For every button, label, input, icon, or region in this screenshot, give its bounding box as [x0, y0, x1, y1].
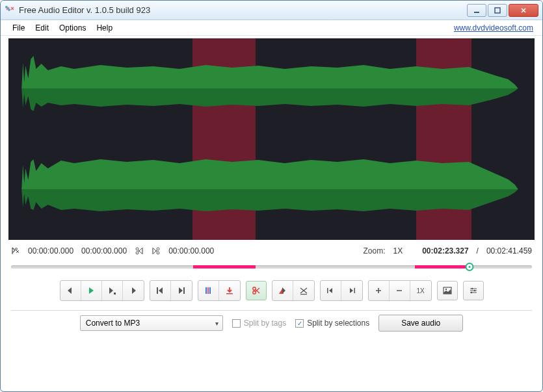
svg-rect-9 [114, 293, 116, 294]
svg-point-25 [470, 292, 472, 294]
cut-left-icon [135, 246, 144, 255]
bottom-bar: Convert to MP3 Split by tags ✓ Split by … [1, 311, 542, 342]
svg-point-4 [16, 248, 18, 250]
svg-rect-19 [327, 288, 328, 293]
svg-rect-10 [157, 287, 158, 294]
seek-fwd-button[interactable] [341, 281, 362, 300]
svg-rect-15 [226, 293, 233, 294]
split-by-selections-checkbox[interactable]: ✓ Split by selections [295, 319, 369, 328]
waveform-display[interactable] [8, 38, 535, 240]
svg-rect-3 [495, 8, 500, 13]
waveform-channel-left [8, 38, 535, 139]
timeline-slider[interactable] [11, 262, 532, 271]
menu-file[interactable]: File [7, 22, 30, 34]
svg-rect-14 [209, 287, 211, 294]
svg-point-1 [8, 8, 10, 11]
set-marker-button[interactable] [219, 281, 240, 300]
svg-rect-13 [207, 287, 209, 294]
svg-rect-12 [205, 287, 207, 294]
menubar: File Edit Options Help www.dvdvideosoft.… [1, 20, 542, 36]
menu-help[interactable]: Help [91, 22, 118, 34]
menu-edit[interactable]: Edit [30, 22, 54, 34]
add-marker-button[interactable] [198, 281, 219, 300]
svg-rect-2 [474, 12, 479, 13]
zoom-label: Zoom: [363, 246, 385, 255]
app-window: Free Audio Editor v. 1.0.5 build 923 Fil… [0, 0, 543, 392]
trim-end-button[interactable] [293, 281, 314, 300]
trim-group [272, 280, 315, 301]
save-audio-button[interactable]: Save audio [378, 315, 463, 332]
selection-start-marker-icon [11, 246, 20, 255]
image-button[interactable] [437, 281, 458, 300]
play-button[interactable] [81, 281, 102, 300]
close-button[interactable] [509, 4, 538, 17]
seek-back-button[interactable] [321, 281, 341, 300]
seek-group [320, 280, 363, 301]
maximize-button[interactable] [488, 4, 507, 17]
window-title: Free Audio Editor v. 1.0.5 build 923 [19, 5, 467, 15]
app-icon [5, 5, 15, 16]
zoom-out-button[interactable] [390, 281, 410, 300]
settings-button[interactable] [463, 281, 484, 300]
playhead-thumb[interactable] [465, 263, 473, 271]
format-combobox[interactable]: Convert to MP3 [80, 315, 223, 331]
zoom-value: 1X [393, 246, 403, 255]
cut-right-icon [152, 246, 161, 255]
skip-group [150, 280, 192, 301]
waveform-channel-right [8, 139, 535, 240]
titlebar[interactable]: Free Audio Editor v. 1.0.5 build 923 [1, 1, 542, 20]
skip-end-button[interactable] [171, 281, 192, 300]
time-separator: / [477, 246, 479, 255]
total-time: 00:02:41.459 [486, 246, 532, 255]
svg-rect-20 [354, 288, 355, 293]
timeline-selection-1 [193, 265, 256, 268]
split-by-tags-checkbox[interactable]: Split by tags [232, 319, 286, 328]
timeline-selection-2 [415, 265, 470, 268]
svg-rect-11 [183, 287, 185, 294]
checkbox-icon [232, 319, 241, 328]
cut-button[interactable] [246, 281, 267, 300]
next-button[interactable] [123, 281, 144, 300]
playback-group [60, 280, 144, 301]
window-controls [467, 4, 538, 17]
format-combobox-label: Convert to MP3 [86, 319, 140, 328]
svg-point-0 [5, 6, 8, 8]
checkbox-icon: ✓ [295, 319, 304, 328]
svg-point-24 [473, 290, 475, 292]
website-link[interactable]: www.dvdvideosoft.com [454, 23, 536, 33]
zoom-in-button[interactable] [369, 281, 390, 300]
selection-end-time: 00:00:00.000 [81, 246, 127, 255]
menu-options[interactable]: Options [54, 22, 91, 34]
trim-start-button[interactable] [272, 281, 293, 300]
play-selection-button[interactable] [102, 281, 123, 300]
current-time: 00:02:23.327 [422, 246, 468, 255]
timeline-slider-row [1, 259, 542, 278]
marker-group [198, 280, 241, 301]
prev-button[interactable] [60, 281, 81, 300]
minimize-button[interactable] [467, 4, 486, 17]
toolbar: 1X [1, 278, 542, 310]
svg-point-22 [445, 289, 446, 290]
cut-start-time: 00:00:00.000 [168, 246, 214, 255]
selection-start-time: 00:00:00.000 [28, 246, 73, 255]
svg-rect-18 [300, 294, 307, 294]
zoom-reset-button[interactable]: 1X [410, 281, 431, 300]
svg-point-23 [471, 288, 473, 290]
time-info-bar: 00:00:00.000 00:00:00.000 00:00:00.000 Z… [1, 240, 542, 259]
skip-start-button[interactable] [150, 281, 171, 300]
zoom-group: 1X [368, 280, 432, 301]
